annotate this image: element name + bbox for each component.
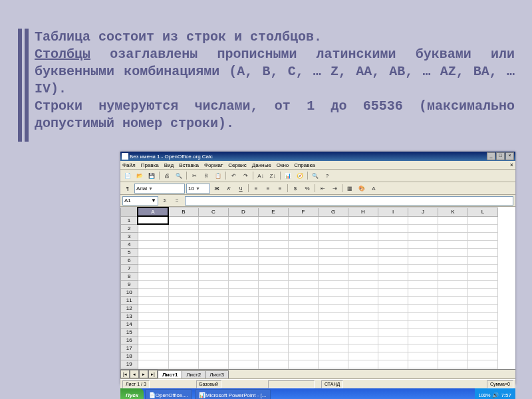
cell-C10[interactable] — [199, 288, 229, 296]
tab-nav-last-icon[interactable]: ▸| — [148, 370, 158, 378]
cell-B17[interactable] — [168, 344, 199, 352]
menu-help[interactable]: Справка — [294, 162, 315, 168]
cell-D18[interactable] — [229, 352, 259, 360]
cell-L7[interactable] — [468, 264, 498, 272]
cell-G17[interactable] — [319, 344, 348, 352]
menu-insert[interactable]: Вставка — [179, 162, 199, 168]
sort-asc-icon[interactable]: A↓ — [255, 170, 266, 181]
cell-E3[interactable] — [259, 232, 289, 240]
cell-H19[interactable] — [348, 360, 378, 368]
cell-A4[interactable] — [138, 240, 168, 248]
cell-I13[interactable] — [378, 312, 408, 320]
select-all-corner[interactable] — [121, 207, 138, 216]
cell-G2[interactable] — [319, 224, 348, 232]
cell-H4[interactable] — [348, 240, 378, 248]
row-header-13[interactable]: 13 — [121, 312, 138, 320]
cell-I17[interactable] — [378, 344, 408, 352]
cell-L10[interactable] — [468, 288, 498, 296]
cell-J7[interactable] — [408, 264, 438, 272]
cell-D11[interactable] — [229, 296, 259, 304]
cell-K1[interactable] — [438, 216, 468, 224]
cell-F10[interactable] — [289, 288, 319, 296]
cell-C7[interactable] — [199, 264, 229, 272]
cell-I5[interactable] — [378, 248, 408, 256]
cell-L2[interactable] — [468, 224, 498, 232]
taskbar-app-2[interactable]: 📊 Microsoft PowerPoint - [... — [195, 389, 271, 399]
cell-L17[interactable] — [468, 344, 498, 352]
cell-D1[interactable] — [229, 216, 259, 224]
cell-A3[interactable] — [138, 232, 168, 240]
col-header-B[interactable]: B — [168, 207, 199, 216]
align-center-icon[interactable]: ≡ — [263, 183, 273, 194]
cell-J19[interactable] — [408, 360, 438, 368]
cell-L3[interactable] — [468, 232, 498, 240]
cell-D5[interactable] — [229, 248, 259, 256]
bold-button[interactable]: Ж — [211, 183, 222, 194]
cell-B9[interactable] — [168, 280, 199, 288]
cell-C8[interactable] — [199, 272, 229, 280]
cell-D17[interactable] — [229, 344, 259, 352]
cell-F1[interactable] — [289, 216, 319, 224]
underline-button[interactable]: Ч — [235, 183, 246, 194]
cell-D15[interactable] — [229, 328, 259, 336]
cell-E19[interactable] — [259, 360, 289, 368]
cell-H2[interactable] — [348, 224, 378, 232]
menu-tools[interactable]: Сервис — [228, 162, 246, 168]
cell-I18[interactable] — [378, 352, 408, 360]
col-header-A[interactable]: A — [138, 207, 168, 216]
cell-D12[interactable] — [229, 304, 259, 312]
cell-F6[interactable] — [289, 256, 319, 264]
open-icon[interactable]: 📂 — [134, 170, 145, 181]
cell-B18[interactable] — [168, 352, 199, 360]
currency-icon[interactable]: $ — [290, 183, 301, 194]
cell-K16[interactable] — [438, 336, 468, 344]
row-header-7[interactable]: 7 — [121, 264, 138, 272]
cell-F18[interactable] — [289, 352, 319, 360]
cell-H17[interactable] — [348, 344, 378, 352]
cell-H18[interactable] — [348, 352, 378, 360]
cell-E8[interactable] — [259, 272, 289, 280]
cell-D20[interactable] — [229, 368, 259, 370]
cell-C12[interactable] — [199, 304, 229, 312]
cell-L12[interactable] — [468, 304, 498, 312]
cell-A1[interactable] — [138, 216, 168, 224]
menu-window[interactable]: Окно — [277, 162, 289, 168]
undo-icon[interactable]: ↶ — [228, 170, 239, 181]
cell-K13[interactable] — [438, 312, 468, 320]
styles-icon[interactable]: ¶ — [122, 183, 133, 194]
cell-F8[interactable] — [289, 272, 319, 280]
cell-H16[interactable] — [348, 336, 378, 344]
cell-E12[interactable] — [259, 304, 289, 312]
italic-button[interactable]: К — [223, 183, 234, 194]
cell-B4[interactable] — [168, 240, 199, 248]
cell-D4[interactable] — [229, 240, 259, 248]
cell-K8[interactable] — [438, 272, 468, 280]
cell-L11[interactable] — [468, 296, 498, 304]
cell-F7[interactable] — [289, 264, 319, 272]
cell-E10[interactable] — [259, 288, 289, 296]
col-header-K[interactable]: K — [438, 207, 468, 216]
cell-E9[interactable] — [259, 280, 289, 288]
cell-K12[interactable] — [438, 304, 468, 312]
row-header-1[interactable]: 1 — [121, 216, 138, 224]
col-header-J[interactable]: J — [408, 207, 438, 216]
cell-F12[interactable] — [289, 304, 319, 312]
new-icon[interactable]: 📄 — [122, 170, 133, 181]
cell-H12[interactable] — [348, 304, 378, 312]
cell-G5[interactable] — [319, 248, 348, 256]
menu-data[interactable]: Данные — [252, 162, 271, 168]
minimize-button[interactable]: _ — [487, 152, 495, 160]
cell-E2[interactable] — [259, 224, 289, 232]
menu-view[interactable]: Вид — [164, 162, 174, 168]
cell-L15[interactable] — [468, 328, 498, 336]
row-header-17[interactable]: 17 — [121, 344, 138, 352]
cell-J14[interactable] — [408, 320, 438, 328]
cell-K7[interactable] — [438, 264, 468, 272]
cell-D2[interactable] — [229, 224, 259, 232]
cell-I12[interactable] — [378, 304, 408, 312]
cell-G12[interactable] — [319, 304, 348, 312]
cell-D8[interactable] — [229, 272, 259, 280]
tab-nav-next-icon[interactable]: ▸ — [139, 370, 148, 378]
cell-K4[interactable] — [438, 240, 468, 248]
cell-L1[interactable] — [468, 216, 498, 224]
